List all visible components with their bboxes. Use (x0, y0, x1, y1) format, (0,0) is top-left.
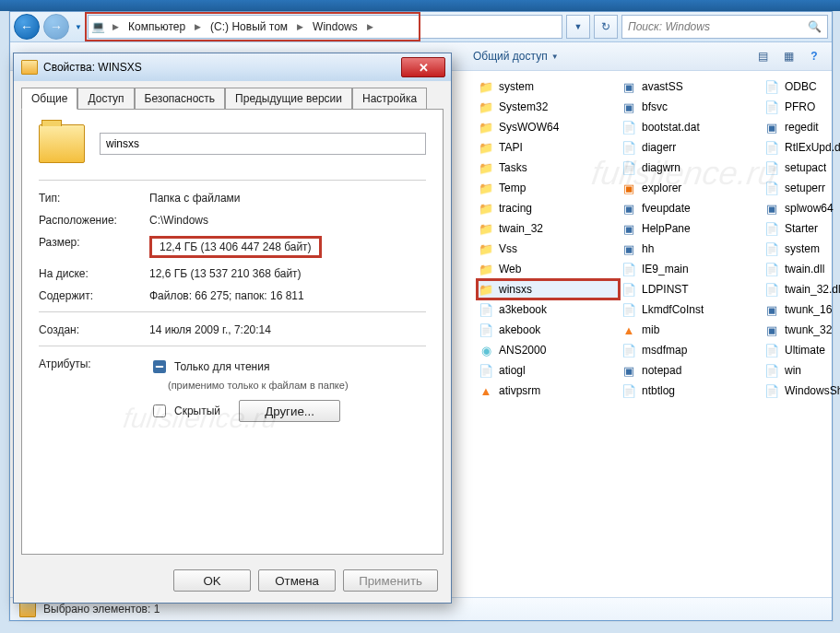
checkbox-readonly[interactable] (153, 360, 166, 373)
address-dropdown-button[interactable]: ▼ (566, 15, 590, 39)
file-item[interactable]: 📁tracing (477, 198, 620, 218)
folder-icon (21, 60, 38, 75)
file-item[interactable]: 📄twain_32.dll (763, 279, 840, 299)
file-item[interactable]: 📄a3kebook (477, 299, 620, 320)
breadcrumb[interactable]: 💻 ▶ Компьютер ▶ (C:) Новый том ▶ Windows… (88, 15, 562, 39)
share-label: Общий доступ (473, 50, 548, 63)
file-item[interactable]: 📄LkmdfCoInst (620, 299, 763, 320)
app-icon: ▣ (621, 100, 636, 114)
file-item[interactable]: ▣splwow64 (763, 198, 840, 218)
folder-name-input[interactable] (100, 133, 426, 155)
chevron-right-icon[interactable]: ▶ (363, 22, 375, 31)
file-item[interactable]: 📄WindowsShell.Man (763, 381, 840, 401)
file-item[interactable]: ▣twunk_32 (763, 320, 840, 340)
file-item[interactable]: ▣bfsvc (620, 97, 763, 117)
file-item[interactable]: 📄twain.dll (763, 259, 840, 279)
file-icon: 📄 (621, 262, 636, 276)
tab-security[interactable]: Безопасность (135, 88, 226, 110)
nav-forward-button[interactable]: → (43, 14, 69, 40)
help-button[interactable]: ? (804, 46, 824, 66)
dialog-title-bar[interactable]: Свойства: WINSXS ✕ (14, 53, 451, 81)
file-icon: 📄 (764, 79, 779, 94)
nav-history-dropdown[interactable]: ▼ (73, 15, 84, 39)
file-item[interactable]: 📄IE9_main (620, 259, 763, 279)
share-menu[interactable]: Общий доступ ▼ (467, 48, 564, 64)
ok-button[interactable]: OK (173, 569, 251, 592)
view-slider[interactable]: ▤ (752, 46, 773, 66)
file-item[interactable]: ▣avastSS (620, 76, 763, 97)
file-item[interactable]: 📄LDPINST (620, 279, 763, 299)
file-item[interactable]: ▣explorer (620, 178, 763, 198)
file-name: twain_32.dll (785, 283, 840, 296)
file-name: hh (642, 242, 654, 255)
breadcrumb-segment[interactable]: Windows (305, 17, 363, 37)
cancel-button[interactable]: Отмена (258, 569, 336, 592)
file-item[interactable]: 📄win (763, 360, 840, 381)
file-item[interactable]: 📄akebook (477, 320, 620, 340)
file-item[interactable]: ▲mib (620, 320, 763, 340)
app-icon: ▣ (764, 302, 779, 317)
breadcrumb-segment[interactable]: (C:) Новый том (203, 17, 293, 37)
explorer-icon: ▣ (621, 181, 636, 195)
file-item[interactable]: 📁Web (477, 259, 620, 279)
file-item[interactable]: ▣hh (620, 239, 763, 259)
breadcrumb-segment[interactable]: Компьютер (121, 17, 191, 37)
file-item[interactable]: 📁SysWOW64 (477, 117, 620, 137)
file-item[interactable]: 📄ntbtlog (620, 381, 763, 401)
file-item[interactable]: 📄diagwrn (620, 158, 763, 178)
file-item[interactable]: 📄Ultimate (763, 340, 840, 360)
tab-previous[interactable]: Предыдущие версии (225, 88, 352, 110)
file-item[interactable]: 📄Starter (763, 218, 840, 239)
file-item[interactable]: ◉ANS2000 (477, 340, 620, 360)
file-item[interactable]: 📁Vss (477, 239, 620, 259)
search-input[interactable]: Поиск: Windows 🔍 (621, 15, 828, 39)
file-item[interactable]: 📄msdfmap (620, 340, 763, 360)
chevron-right-icon[interactable]: ▶ (191, 22, 203, 31)
folder-icon: 📁 (479, 160, 493, 175)
file-item[interactable]: 📁System32 (477, 97, 620, 117)
label-hidden: Скрытый (174, 404, 220, 417)
tab-access[interactable]: Доступ (77, 88, 134, 110)
file-item[interactable]: 📄bootstat.dat (620, 117, 763, 137)
chevron-right-icon[interactable]: ▶ (109, 22, 121, 31)
file-item[interactable]: 📄diagerr (620, 137, 763, 158)
file-item[interactable]: ▣notepad (620, 360, 763, 381)
file-item[interactable]: 📄system (763, 239, 840, 259)
nav-back-button[interactable]: ← (14, 14, 40, 40)
file-item[interactable]: 📁winsxs (477, 279, 620, 299)
chevron-right-icon[interactable]: ▶ (293, 22, 305, 31)
file-icon: 📄 (764, 181, 779, 195)
vlc-icon: ▲ (621, 322, 636, 337)
file-icon: 📄 (764, 383, 779, 398)
search-placeholder: Поиск: Windows (628, 20, 710, 33)
file-item[interactable]: 📁TAPI (477, 137, 620, 158)
file-item[interactable]: 📁twain_32 (477, 218, 620, 239)
view-options-button[interactable]: ▦ (778, 46, 799, 66)
file-name: Ultimate (785, 344, 825, 357)
file-item[interactable]: 📄setupact (763, 158, 840, 178)
file-item[interactable]: ▲ativpsrm (477, 381, 620, 401)
file-item[interactable]: 📄setuperr (763, 178, 840, 198)
file-item[interactable]: 📄atiogl (477, 360, 620, 381)
dialog-title: Свойства: WINSXS (43, 61, 142, 74)
file-item[interactable]: 📁Temp (477, 178, 620, 198)
file-item[interactable]: 📄PFRO (763, 97, 840, 117)
file-item[interactable]: 📁system (477, 76, 620, 97)
tab-general[interactable]: Общие (21, 88, 77, 110)
tab-settings[interactable]: Настройка (352, 88, 427, 110)
other-attributes-button[interactable]: Другие... (239, 400, 340, 422)
refresh-button[interactable]: ↻ (594, 15, 618, 39)
file-item[interactable]: 📁Tasks (477, 158, 620, 178)
file-icon: 📄 (479, 322, 493, 337)
checkbox-hidden[interactable] (153, 404, 166, 417)
folder-icon: 📁 (479, 241, 493, 256)
file-item[interactable]: ▣regedit (763, 117, 840, 137)
file-item[interactable]: ▣twunk_16 (763, 299, 840, 320)
file-item[interactable]: ▣HelpPane (620, 218, 763, 239)
apply-button[interactable]: Применить (343, 569, 438, 592)
close-button[interactable]: ✕ (401, 57, 445, 77)
file-item[interactable]: ▣fveupdate (620, 198, 763, 218)
file-name: Temp (499, 182, 526, 194)
file-item[interactable]: 📄RtlExUpd.dll (763, 137, 840, 158)
file-item[interactable]: 📄ODBC (763, 76, 840, 97)
